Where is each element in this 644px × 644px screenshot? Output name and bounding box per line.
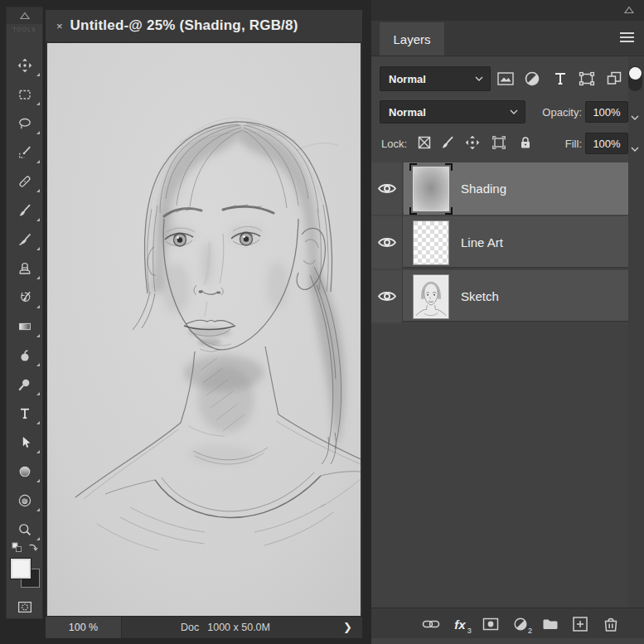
tools-panel-header xyxy=(7,7,42,24)
path-selection-tool[interactable] xyxy=(7,428,42,457)
document-title: Untitled-@ 25% (Shading, RGB/8) xyxy=(70,17,298,34)
panel-menu-icon[interactable] xyxy=(620,32,634,45)
mixer-brush-icon xyxy=(17,232,32,247)
lasso-icon xyxy=(17,116,32,131)
fill-chevron-icon[interactable] xyxy=(631,140,639,155)
selection-bracket xyxy=(445,163,453,171)
default-colors-icon[interactable] xyxy=(12,542,22,553)
move-icon xyxy=(17,58,32,73)
layer-thumbnail[interactable] xyxy=(413,220,449,265)
swap-colors-icon[interactable] xyxy=(27,542,38,553)
tools-panel: TOOLS xyxy=(6,7,43,619)
smart-object-filter-icon[interactable] xyxy=(603,68,625,90)
history-brush-tool[interactable] xyxy=(7,283,42,312)
close-tab-icon[interactable]: × xyxy=(46,20,70,32)
shape-layer-filter-icon[interactable] xyxy=(576,68,598,90)
layer-name[interactable]: Sketch xyxy=(461,289,499,303)
zoom-level[interactable]: 100 % xyxy=(46,617,122,638)
collapse-triangle-icon xyxy=(20,12,30,20)
mixer-brush-tool[interactable] xyxy=(7,225,42,254)
rectangular-marquee-tool[interactable] xyxy=(7,80,42,109)
canvas[interactable] xyxy=(47,43,361,616)
adjustment-layer-filter-icon[interactable] xyxy=(521,68,543,90)
lock-pixels-icon[interactable] xyxy=(438,133,458,153)
hand-icon xyxy=(17,493,32,508)
fx-badge: 3 xyxy=(467,627,472,635)
blur-tool[interactable] xyxy=(7,341,42,370)
selection-bracket xyxy=(445,207,453,215)
quick-selection-tool[interactable] xyxy=(7,138,42,167)
document-tab[interactable]: × Untitled-@ 25% (Shading, RGB/8) xyxy=(46,10,362,41)
delete-layer-icon[interactable] xyxy=(601,614,621,634)
tab-layers[interactable]: Layers xyxy=(380,22,444,56)
visibility-toggle[interactable] xyxy=(371,216,403,269)
layer-filter-dropdown[interactable]: Normal xyxy=(380,66,491,91)
layer-row-line-art[interactable]: Line Art xyxy=(371,216,628,269)
lock-label: Lock: xyxy=(381,138,407,150)
lasso-tool[interactable] xyxy=(7,109,42,138)
color-swatches xyxy=(8,558,41,593)
quick-selection-icon xyxy=(17,145,32,160)
panel-top-strip xyxy=(371,0,644,21)
fx-label: fx3 xyxy=(454,617,465,632)
opacity-value[interactable]: 100% xyxy=(585,101,628,123)
eye-icon xyxy=(377,236,397,249)
filter-toggle[interactable] xyxy=(628,66,642,91)
zoom-tool[interactable] xyxy=(7,515,42,544)
layer-style-icon[interactable]: fx3 xyxy=(450,614,470,634)
fill-value[interactable]: 100% xyxy=(585,133,628,154)
layer-name[interactable]: Line Art xyxy=(461,235,503,249)
gradient-tool[interactable] xyxy=(7,312,42,341)
lock-transparency-icon[interactable] xyxy=(414,133,434,153)
pixel-layer-filter-icon[interactable] xyxy=(495,68,516,90)
layer-mask-icon[interactable] xyxy=(481,614,501,634)
history-brush-icon xyxy=(17,290,32,305)
lock-position-icon[interactable] xyxy=(462,133,482,153)
quick-mask-icon[interactable] xyxy=(15,599,35,615)
new-group-icon[interactable] xyxy=(540,614,560,634)
doc-size: 1000 x 50.0M xyxy=(207,622,270,633)
layer-list-empty-area[interactable] xyxy=(371,324,628,608)
filter-toggle-knob xyxy=(629,67,642,80)
layer-row-shading[interactable]: Shading xyxy=(371,162,628,215)
doc-info[interactable]: Doc 1000 x 50.0M xyxy=(122,617,329,638)
layers-panel: Layers Normal Normal Opacity: 100% Lock: xyxy=(371,0,644,644)
clone-stamp-icon xyxy=(17,261,32,276)
hand-tool[interactable] xyxy=(7,486,42,515)
visibility-toggle[interactable] xyxy=(371,162,403,215)
brush-tool[interactable] xyxy=(7,196,42,225)
status-chevron-icon[interactable]: ❯ xyxy=(343,621,352,633)
visibility-toggle[interactable] xyxy=(371,270,403,322)
chevron-down-icon xyxy=(510,109,525,114)
dodge-icon xyxy=(17,377,32,392)
panel-tab-strip: Layers xyxy=(371,21,644,56)
eye-icon xyxy=(377,182,397,195)
marquee-icon xyxy=(17,87,32,102)
ellipse-tool[interactable] xyxy=(7,457,42,486)
opacity-label: Opacity: xyxy=(529,106,582,119)
move-tool[interactable] xyxy=(7,51,42,80)
chevron-down-icon xyxy=(475,76,490,81)
type-tool[interactable] xyxy=(7,399,42,428)
fill-label: Fill: xyxy=(529,138,582,150)
adjustment-badge: 2 xyxy=(528,627,532,635)
magnifier-icon xyxy=(17,522,32,537)
new-layer-icon[interactable] xyxy=(570,614,590,634)
link-layers-icon[interactable] xyxy=(421,614,441,634)
panel-gutter xyxy=(628,56,644,608)
opacity-chevron-icon[interactable] xyxy=(631,109,639,123)
blend-mode-dropdown[interactable]: Normal xyxy=(380,100,525,123)
healing-brush-tool[interactable] xyxy=(7,167,42,196)
foreground-color-swatch[interactable] xyxy=(10,558,31,579)
adjustment-layer-icon[interactable]: 2 xyxy=(511,614,530,634)
doc-label: Doc xyxy=(181,622,199,633)
type-icon xyxy=(17,406,32,421)
layer-thumbnail[interactable] xyxy=(413,167,449,211)
layer-name[interactable]: Shading xyxy=(461,182,506,196)
layer-thumbnail[interactable] xyxy=(413,274,449,319)
dodge-tool[interactable] xyxy=(7,370,42,399)
lock-artboard-icon[interactable] xyxy=(489,133,509,153)
type-layer-filter-icon[interactable] xyxy=(550,68,571,90)
layer-row-sketch[interactable]: Sketch xyxy=(371,270,628,322)
clone-stamp-tool[interactable] xyxy=(7,254,42,283)
